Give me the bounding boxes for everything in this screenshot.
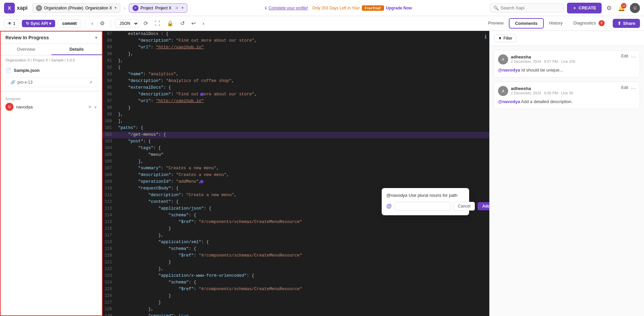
notification-badge: 23 [621, 3, 627, 8]
logo-text: xapi [17, 5, 28, 11]
create-label: CREATE [579, 5, 596, 10]
assignee-name: navodya [16, 104, 85, 109]
file-item[interactable]: 📄 Sample.json [1, 65, 102, 76]
search-input[interactable] [501, 5, 560, 10]
comment-header-1: A adheesha 2 December, 2024 · 8:07 PM · … [498, 54, 636, 64]
sidebar-tab-overview[interactable]: Overview [1, 44, 51, 55]
top-nav: X xapi O Organization (Private) Organiza… [0, 0, 644, 16]
undo-icon-button[interactable]: ↩ [189, 19, 198, 28]
watch-button[interactable]: 👁 1 [4, 19, 19, 28]
org-label: Organization (Private) [44, 6, 83, 10]
code-line-96: 96 "description": "Find out more about o… [103, 91, 489, 98]
logo-icon: X [4, 3, 15, 13]
code-line-97: 97 "url": "http://xapihub.io" [103, 98, 489, 105]
popup-input-row: @ Cancel Add [386, 202, 464, 211]
tab-preview[interactable]: Preview [483, 18, 509, 28]
toolbar-separator-2 [111, 19, 111, 28]
spec-link[interactable]: 🔗 pro-x-13 ↗ [5, 78, 97, 87]
sync-api-button[interactable]: ↻ Sync API ▾ [22, 20, 55, 27]
popup-comment-input[interactable] [394, 202, 451, 211]
search-box[interactable]: 🔍 [490, 3, 564, 12]
at-icon[interactable]: @ [386, 203, 392, 209]
more-button-2[interactable]: ⋯ [631, 85, 636, 92]
settings-button[interactable]: ⚙ [98, 19, 107, 28]
sidebar-breadcrumb: Organization X / Project X / Sample / 1.… [1, 55, 102, 65]
comment-text-1: @navodya Id should be unique... [498, 67, 636, 73]
code-line-122: 122 }, [103, 266, 489, 273]
tab-diagnostics[interactable]: Diagnostics 6 [568, 18, 610, 29]
comment-avatar-1: A [498, 54, 508, 64]
code-line-100: 100], [103, 118, 489, 125]
comment-mention-2: @navodya [498, 99, 520, 104]
project-breadcrumb[interactable]: P Project Project X ✕ ▾ [129, 3, 187, 13]
code-line-102: 102 "/get-menus": { [103, 132, 489, 138]
code-line-105: 105 "menu" [103, 152, 489, 159]
expand-icon-button[interactable]: ⛶ [153, 19, 162, 28]
project-close-icon[interactable]: ✕ [175, 5, 179, 11]
expand-assignee-icon[interactable]: ∨ [94, 104, 97, 109]
code-line-116: 116 } [103, 226, 489, 232]
tab-history[interactable]: History [544, 18, 568, 28]
tab-group: Preview Comments History Diagnostics 6 [483, 18, 610, 29]
comments-header: ▼ Filter [490, 31, 644, 46]
tab-comments[interactable]: Comments [509, 18, 543, 29]
commit-button[interactable]: commit [58, 19, 81, 28]
info-button[interactable]: ℹ [485, 34, 487, 40]
code-line-119: 119 "schema": { [103, 246, 489, 253]
org-avatar: O [36, 5, 42, 11]
create-button[interactable]: ＋ CREATE [567, 3, 602, 13]
settings-icon-button[interactable]: ⚙ [605, 3, 613, 13]
edit-button-2[interactable]: Edit [621, 85, 628, 92]
diagnostics-badge: 6 [599, 20, 605, 26]
comment-dot-109[interactable] [200, 180, 203, 183]
review-status-header[interactable]: Review In Progress ▾ [1, 32, 102, 44]
org-breadcrumb[interactable]: O Organization (Private) Organization X … [32, 3, 120, 13]
profile-link[interactable]: Complete your profile! [269, 6, 308, 10]
nav-center: ℹ Complete your profile! Only 203 Days L… [191, 5, 486, 11]
code-line-123: 123 "application/x-www-form-urlencoded":… [103, 273, 489, 279]
format-select[interactable]: JSON YAML [115, 19, 139, 28]
notifications-button[interactable]: 🔔 23 [616, 3, 627, 13]
project-chevron-icon: ▾ [182, 6, 184, 10]
upgrade-link[interactable]: Upgrade Now [386, 6, 412, 10]
more-button-1[interactable]: ⋯ [631, 54, 636, 60]
org-name: Organization X [85, 6, 112, 10]
reload-icon-button[interactable]: ↺ [178, 19, 187, 28]
code-line-106: 106 ], [103, 159, 489, 165]
share-button[interactable]: ⬆ Share [613, 19, 640, 28]
code-line-90: 90 }, [103, 51, 489, 58]
filter-icon: ▼ [498, 36, 502, 41]
comment-meta-2: adheesha 2 December, 2024 · 8:06 PM · Li… [511, 86, 636, 95]
code-line-98: 98 } [103, 105, 489, 111]
toolbar-separator [85, 19, 85, 28]
toolbar: 👁 1 ↻ Sync API ▾ commit ‹ ⚙ JSON YAML ⟳ … [0, 16, 644, 31]
user-avatar[interactable]: U [630, 3, 640, 13]
comment-dot-96[interactable] [200, 93, 203, 96]
nav-next-button[interactable]: › [200, 19, 206, 28]
refresh-icon-button[interactable]: ⟳ [142, 19, 150, 28]
popup-cancel-button[interactable]: Cancel [454, 202, 475, 211]
remove-assignee-icon[interactable]: ✕ [88, 104, 92, 109]
project-name: Project X [155, 6, 172, 10]
code-line-124: 124 "schema": { [103, 279, 489, 286]
main-content: Review In Progress ▾ Overview Details Or… [0, 31, 644, 316]
assignee-actions[interactable]: ✕ ∨ [88, 104, 97, 109]
filter-button[interactable]: ▼ Filter [494, 34, 516, 42]
sidebar-tab-details[interactable]: Details [51, 44, 102, 55]
code-content[interactable]: 87 externalDocs : {88 "description": "Fi… [103, 31, 489, 316]
code-line-118: 118 "application/xml": { [103, 239, 489, 246]
code-line-109: 109 "operationId": "addMenu", [103, 179, 489, 185]
code-line-99: 99}, [103, 111, 489, 118]
comment-actions-1: Edit ⋯ [621, 54, 636, 60]
nav-prev-button[interactable]: ‹ [89, 19, 95, 28]
filter-label: Filter [503, 36, 513, 41]
comment-time-1: 2 December, 2024 · 8:07 PM · Line 109 [511, 59, 636, 63]
code-line-91: 91}, [103, 58, 489, 64]
code-editor[interactable]: 87 externalDocs : {88 "description": "Fi… [103, 31, 489, 316]
comment-author-1: adheesha [511, 54, 636, 59]
popup-add-button[interactable]: Add [478, 202, 489, 210]
assignee-label: Assignee [5, 97, 97, 101]
sync-label: Sync API [31, 21, 48, 26]
lock-icon-button[interactable]: 🔒 [165, 19, 176, 28]
edit-button-1[interactable]: Edit [621, 54, 628, 60]
